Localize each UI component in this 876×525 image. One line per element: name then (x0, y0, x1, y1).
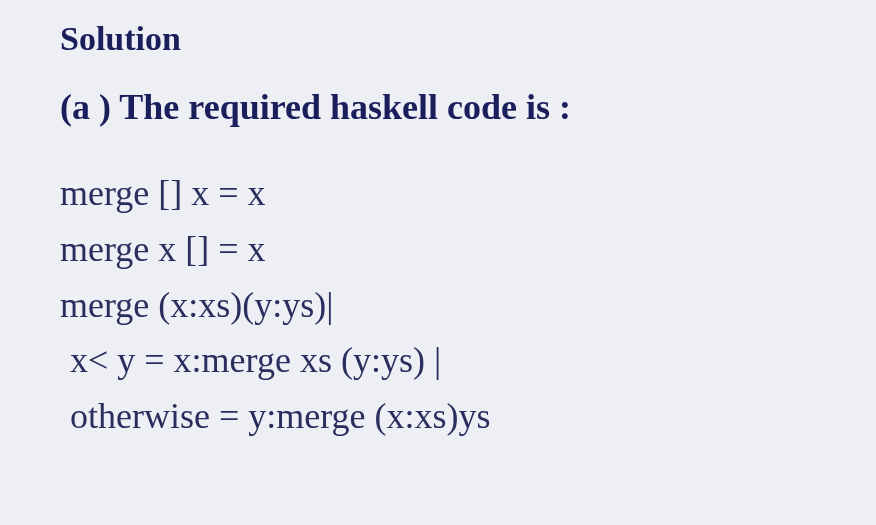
code-line-3: merge (x:xs)(y:ys)| (60, 278, 816, 334)
code-line-2: merge x [] = x (60, 222, 816, 278)
code-line-4: x< y = x:merge xs (y:ys) | (60, 333, 816, 389)
code-line-5: otherwise = y:merge (x:xs)ys (60, 389, 816, 445)
part-a-heading: (a ) The required haskell code is : (60, 86, 816, 128)
code-line-1: merge [] x = x (60, 166, 816, 222)
haskell-code-block: merge [] x = x merge x [] = x merge (x:x… (60, 166, 816, 445)
solution-heading: Solution (60, 20, 816, 58)
